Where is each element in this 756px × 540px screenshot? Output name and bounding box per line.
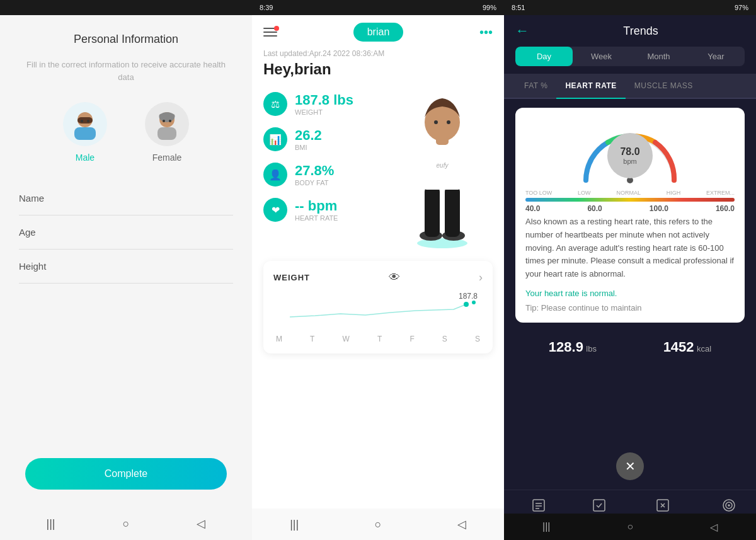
visibility-icon[interactable]: 👁: [389, 271, 400, 284]
age-field[interactable]: Age: [19, 215, 233, 250]
heartrate-value-block: -- bpm Heart Rate: [295, 198, 338, 222]
calories-value-3: 1452: [663, 339, 694, 355]
more-options-icon[interactable]: •••: [479, 25, 493, 40]
weight-value-3: 128.9: [549, 339, 583, 355]
complete-button[interactable]: Complete: [25, 458, 227, 490]
bodyfat-stat[interactable]: 👤 27.8% Body Fat: [263, 163, 392, 187]
page-title-1: Personal Information: [74, 33, 178, 46]
home-button-1[interactable]: ○: [123, 517, 130, 531]
tab-year[interactable]: Year: [687, 47, 745, 66]
heartrate-label: Heart Rate: [295, 214, 338, 222]
tab-week[interactable]: Week: [573, 47, 630, 66]
tab-muscle-mass[interactable]: MUSCLE MASS: [626, 74, 702, 98]
female-label: Female: [152, 152, 182, 163]
time-2: 8:39: [260, 4, 273, 11]
scale-val-160: 160.0: [716, 204, 735, 213]
scale-section: TOO LOW LOW NORMAL HIGH EXTREM... 40.0 6…: [525, 190, 735, 213]
svg-point-22: [464, 302, 469, 307]
svg-point-20: [447, 120, 450, 124]
scale-low: LOW: [578, 190, 591, 196]
svg-rect-1: [77, 117, 93, 124]
svg-rect-4: [74, 127, 96, 140]
history-icon: [590, 497, 608, 514]
recents-button-1[interactable]: |||: [47, 517, 55, 531]
tab-fat-percent[interactable]: FAT %: [515, 74, 556, 98]
battery-2: 99%: [483, 4, 496, 11]
heartrate-value: -- bpm: [295, 198, 338, 214]
back-button-3[interactable]: ◁: [710, 521, 718, 533]
weight-icon: ⚖: [263, 92, 287, 116]
calories-stat-3: 1452 kcal: [663, 339, 712, 355]
bmi-label: BMI: [295, 144, 322, 151]
recents-button-3[interactable]: |||: [542, 521, 550, 532]
back-arrow-icon[interactable]: ←: [515, 23, 529, 39]
home-button-3[interactable]: ○: [627, 521, 633, 532]
heartrate-stat[interactable]: ❤ -- bpm Heart Rate: [263, 198, 392, 222]
bpm-unit: bpm: [623, 158, 636, 165]
trends-title: Trends: [537, 25, 745, 38]
panel-personal-info: Personal Information Fill in the correct…: [0, 0, 252, 540]
svg-rect-12: [425, 187, 440, 237]
bmi-stat[interactable]: 📊 26.2 BMI: [263, 127, 392, 151]
male-label: Male: [76, 152, 94, 163]
day-M: M: [276, 335, 282, 343]
heartrate-icon: ❤: [263, 198, 287, 222]
day-F: F: [410, 335, 414, 343]
dashboard-header: brian •••: [252, 15, 504, 49]
page-subtitle-1: Fill in the correct information to recei…: [0, 59, 252, 83]
close-overlay-button[interactable]: ✕: [616, 452, 644, 480]
svg-point-19: [434, 120, 438, 124]
tab-day[interactable]: Day: [515, 47, 573, 66]
back-button-1[interactable]: ◁: [197, 517, 205, 531]
weight-chart-section[interactable]: WEIGHT 👁 › 187.8 M T W T F S S: [263, 261, 493, 353]
panel-trends: 8:51 97% ← Trends Day Week Month Year FA…: [504, 0, 756, 540]
bpm-bubble: 78.0 bpm: [607, 133, 653, 178]
phone-nav-2: ||| ○ ◁: [252, 508, 504, 540]
scale-bar: [525, 198, 735, 202]
menu-icon[interactable]: [263, 28, 277, 37]
svg-point-2: [81, 120, 83, 122]
gender-male-option[interactable]: Male: [63, 102, 107, 163]
recents-button-2[interactable]: |||: [290, 518, 299, 531]
back-button-2[interactable]: ◁: [457, 517, 466, 531]
scale-too-low: TOO LOW: [525, 190, 552, 196]
heart-rate-chart: 78.0 bpm TOO LOW LOW NORMAL HIGH EXTREM.…: [515, 108, 745, 323]
battery-3: 97%: [735, 4, 748, 11]
weight-stat-3: 128.9 lbs: [549, 339, 597, 355]
svg-point-35: [728, 505, 730, 506]
height-field[interactable]: Height: [19, 250, 233, 284]
heart-rate-gauge: 78.0 bpm: [573, 120, 687, 183]
tab-heart-rate[interactable]: HEART RATE: [556, 74, 625, 99]
svg-rect-25: [533, 500, 544, 511]
svg-rect-13: [445, 187, 460, 237]
chart-days: M T W T F S S: [273, 335, 483, 343]
bpm-value: 78.0: [620, 146, 639, 158]
user-badge[interactable]: brian: [353, 23, 404, 42]
weight-value-block: 187.8 lbs WEIGHT: [295, 92, 353, 116]
chart-expand-icon[interactable]: ›: [479, 271, 483, 284]
tab-month[interactable]: Month: [630, 47, 687, 66]
heart-rate-status: Your heart rate is normal.: [525, 289, 735, 298]
svg-point-7: [169, 120, 171, 122]
weight-chart-title: WEIGHT: [273, 273, 310, 282]
weight-unit-3: lbs: [586, 344, 597, 353]
svg-rect-29: [593, 500, 605, 511]
svg-rect-15: [408, 142, 421, 180]
svg-point-6: [163, 120, 165, 122]
weight-stat[interactable]: ⚖ 187.8 lbs WEIGHT: [263, 92, 392, 116]
bodyfat-label: Body Fat: [295, 179, 334, 187]
calories-unit-3: kcal: [697, 344, 711, 353]
metric-tabs: FAT % HEART RATE MUSCLE MASS: [504, 74, 756, 99]
svg-point-3: [87, 120, 89, 122]
body-section: ⚖ 187.8 lbs WEIGHT 📊 26.2 BMI 👤: [252, 86, 504, 250]
greeting-text: Hey,brian: [252, 60, 504, 86]
status-bar-1: [0, 0, 252, 15]
notification-dot: [274, 26, 279, 31]
phone-nav-1: ||| ○ ◁: [0, 517, 252, 531]
home-button-2[interactable]: ○: [375, 518, 382, 531]
avatar-male: [63, 102, 107, 146]
gender-female-option[interactable]: Female: [145, 102, 189, 163]
avatar-female: [145, 102, 189, 146]
period-tabs: Day Week Month Year: [515, 47, 745, 66]
name-field[interactable]: Name: [19, 181, 233, 215]
